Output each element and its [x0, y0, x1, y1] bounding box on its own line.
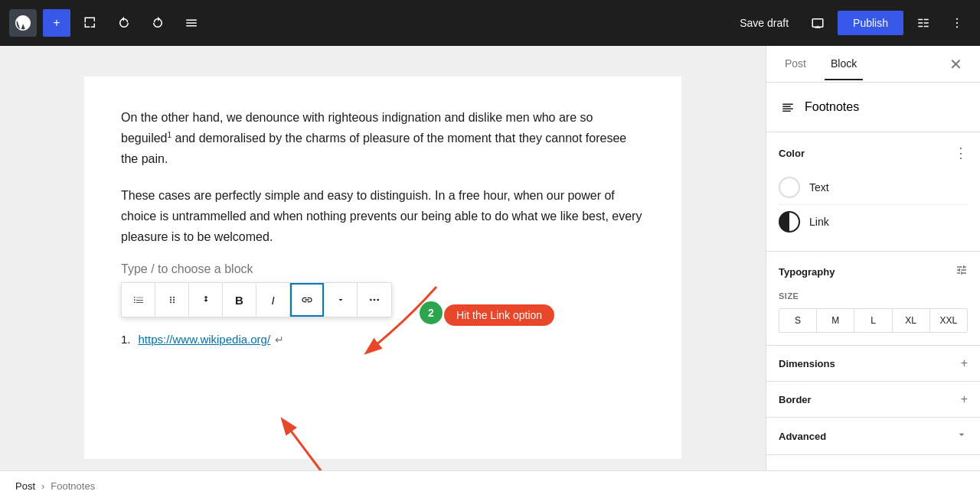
svg-point-7 — [956, 18, 958, 20]
top-bar: + Save draft Publish — [0, 0, 980, 46]
svg-rect-3 — [918, 22, 923, 24]
editor-content: On the other hand, we denounce with righ… — [84, 76, 681, 459]
svg-point-18 — [377, 299, 379, 301]
border-row[interactable]: Border + — [766, 382, 980, 418]
sidebar-tabs: Post Block ✕ — [766, 46, 980, 83]
format-toolbar: B I — [121, 282, 392, 317]
dimensions-label: Dimensions — [779, 358, 835, 369]
block-placeholder[interactable]: Type / to choose a block — [121, 262, 645, 276]
svg-rect-6 — [924, 26, 929, 28]
publish-button[interactable]: Publish — [838, 11, 903, 35]
svg-point-11 — [173, 297, 175, 298]
size-xxl-button[interactable]: XXL — [930, 309, 967, 332]
annotation-bubble-2-num: 2 — [420, 301, 443, 324]
top-bar-right: Save draft Publish — [730, 9, 971, 37]
svg-point-10 — [170, 297, 172, 298]
list-number: 1. — [121, 333, 131, 346]
breadcrumb-separator: › — [41, 480, 44, 492]
breadcrumb: Post › Footnotes — [0, 470, 980, 501]
border-label: Border — [779, 394, 812, 405]
undo-button[interactable] — [110, 9, 138, 37]
svg-point-16 — [370, 299, 372, 301]
svg-point-12 — [170, 299, 172, 301]
sidebar: Post Block ✕ Footnotes Color ⋮ Text — [766, 46, 980, 470]
svg-rect-2 — [924, 19, 929, 21]
sidebar-close-button[interactable]: ✕ — [943, 52, 968, 76]
typography-section-header: Typography — [779, 264, 968, 279]
add-block-button[interactable]: + — [43, 9, 70, 37]
link-button[interactable] — [290, 283, 324, 317]
svg-point-13 — [173, 299, 175, 301]
link-color-row: Link — [779, 205, 968, 239]
drag-handle-button[interactable] — [155, 283, 189, 317]
list-view-button[interactable] — [178, 9, 205, 37]
annotation-arrow-1 — [260, 413, 413, 470]
footnotes-icon — [779, 98, 797, 116]
size-xl-button[interactable]: XL — [893, 309, 930, 332]
color-more-button[interactable]: ⋮ — [954, 145, 968, 161]
svg-point-8 — [956, 22, 958, 24]
typography-title: Typography — [779, 266, 835, 278]
advanced-expand-icon — [956, 428, 968, 444]
save-draft-button[interactable]: Save draft — [730, 12, 798, 34]
text-color-label: Text — [809, 181, 829, 194]
size-row: S M L XL XXL — [779, 308, 968, 333]
paragraph-1: On the other hand, we denounce with righ… — [121, 107, 645, 170]
tab-block[interactable]: Block — [825, 48, 863, 80]
settings-button[interactable] — [910, 9, 937, 37]
svg-rect-4 — [924, 22, 929, 24]
size-label: SIZE — [779, 288, 968, 302]
return-icon[interactable]: ↵ — [275, 333, 284, 346]
color-section-title: Color — [779, 148, 805, 159]
top-bar-left: + — [9, 9, 205, 37]
tab-post[interactable]: Post — [779, 48, 812, 80]
more-block-button[interactable] — [358, 283, 391, 317]
typography-section: Typography SIZE S M L XL XXL — [766, 252, 980, 346]
footnotes-item: Footnotes — [779, 95, 968, 119]
redo-button[interactable] — [144, 9, 172, 37]
italic-button[interactable]: I — [256, 283, 290, 317]
more-options-button[interactable] — [943, 9, 971, 37]
list-indent-button[interactable] — [122, 283, 155, 317]
svg-rect-0 — [812, 19, 823, 28]
dropdown-button[interactable] — [324, 283, 358, 317]
tools-button[interactable] — [77, 9, 104, 37]
paragraph-2: These cases are perfectly simple and eas… — [121, 185, 645, 248]
list-item: 1. https://www.wikipedia.org/ ↵ — [121, 330, 645, 349]
link-color-label: Link — [809, 216, 829, 228]
move-arrows-button[interactable] — [189, 283, 223, 317]
footnotes-label: Footnotes — [805, 100, 859, 114]
svg-point-9 — [956, 26, 958, 28]
size-l-button[interactable]: L — [854, 309, 892, 332]
text-color-row: Text — [779, 171, 968, 205]
svg-rect-1 — [918, 19, 923, 21]
editor-area: On the other hand, we denounce with righ… — [0, 46, 766, 470]
link-url[interactable]: https://www.wikipedia.org/ — [139, 333, 271, 346]
border-expand-icon: + — [961, 392, 968, 406]
size-m-button[interactable]: M — [817, 309, 854, 332]
bold-button[interactable]: B — [223, 283, 256, 317]
svg-point-14 — [170, 301, 172, 303]
main-layout: On the other hand, we denounce with righ… — [0, 46, 980, 470]
dimensions-row[interactable]: Dimensions + — [766, 346, 980, 382]
svg-rect-5 — [918, 26, 923, 28]
color-section-header: Color ⋮ — [779, 145, 968, 161]
dimensions-expand-icon: + — [961, 356, 968, 370]
svg-point-17 — [374, 299, 376, 301]
footnotes-section: Footnotes — [766, 83, 980, 132]
svg-point-15 — [173, 301, 175, 303]
size-s-button[interactable]: S — [779, 309, 817, 332]
preview-button[interactable] — [804, 9, 831, 37]
breadcrumb-current: Footnotes — [51, 480, 95, 492]
advanced-row[interactable]: Advanced — [766, 418, 980, 455]
text-color-circle[interactable] — [779, 177, 800, 198]
color-section: Color ⋮ Text Link — [766, 132, 980, 252]
link-color-circle[interactable] — [779, 211, 800, 233]
annotation-bubble-2-label: Hit the Link option — [444, 304, 554, 326]
breadcrumb-post-link[interactable]: Post — [15, 480, 35, 492]
typography-sliders-button[interactable] — [956, 264, 968, 279]
wp-logo[interactable] — [9, 9, 37, 37]
advanced-label: Advanced — [779, 431, 826, 442]
